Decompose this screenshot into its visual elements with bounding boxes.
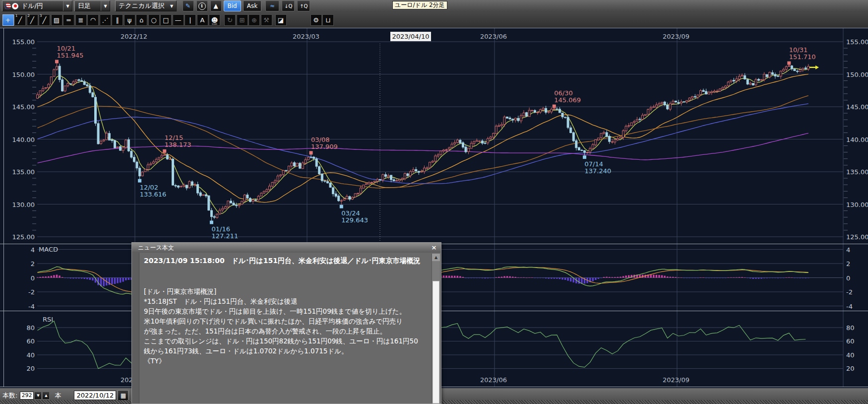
zoom-out-icon: ↓Q — [284, 3, 292, 9]
speed-lines-tool[interactable]: ⋰ — [100, 14, 111, 26]
trendline-2-tool[interactable]: ╱2 — [27, 14, 38, 26]
close-icon[interactable]: × — [430, 244, 438, 252]
start-date-input[interactable]: 2022/10/12 — [74, 391, 116, 400]
unit-label: 本 — [55, 391, 61, 400]
svg-text:4: 4 — [846, 246, 850, 254]
pencil-icon: ✎ — [186, 2, 190, 9]
trendline-3-tool[interactable]: ╱3 — [39, 14, 50, 26]
draw-pencil-button[interactable]: ✎ — [183, 0, 194, 11]
bars-spin-up[interactable]: ▲ — [42, 392, 50, 400]
settings-list-tool[interactable]: ⚙ — [310, 14, 322, 26]
svg-text:60: 60 — [26, 337, 35, 345]
fan-arc-tool[interactable]: ◠ — [87, 14, 99, 26]
pentagon-tool[interactable]: ⌂ — [136, 14, 147, 26]
svg-text:150.00: 150.00 — [846, 71, 868, 78]
svg-text:0: 0 — [846, 274, 850, 282]
news-body: [ドル・円東京市場概況] *15:18JST ドル・円は151円台、米金利安は後… — [144, 286, 428, 366]
svg-text:130.00: 130.00 — [12, 201, 35, 208]
svg-text:145.00: 145.00 — [846, 103, 868, 111]
chevron-down-icon: ▼ — [101, 1, 110, 11]
timeframe-select[interactable]: 日足 ▼ — [74, 0, 110, 11]
svg-text:2023/03: 2023/03 — [293, 33, 319, 40]
us-flag-icon — [4, 3, 11, 9]
copy-tool: ⊞ — [237, 14, 248, 26]
svg-text:125.00: 125.00 — [12, 233, 35, 241]
svg-text:151.945: 151.945 — [57, 52, 83, 59]
info-button[interactable]: i — [196, 0, 208, 11]
rotate-tool: ↻ — [224, 14, 236, 26]
vertical-line-tool[interactable]: | — [185, 14, 196, 26]
chevron-down-icon: ▼ — [63, 1, 72, 11]
svg-text:2023/09: 2023/09 — [663, 33, 689, 40]
svg-text:2022/12: 2022/12 — [121, 33, 147, 40]
currency-pair-select[interactable]: ドル/円 ▼ — [2, 0, 72, 11]
chart-tab-label[interactable]: ユーロ/ドル 2分足 — [392, 1, 447, 9]
bid-label: Bid — [228, 2, 237, 9]
rectangle-tool[interactable]: □ — [160, 14, 172, 26]
horizontal-line-tool[interactable]: — — [173, 14, 184, 26]
zoom-in-button[interactable]: ↑Q — [297, 0, 310, 11]
svg-text:130.00: 130.00 — [846, 201, 868, 208]
svg-text:129.643: 129.643 — [341, 216, 368, 224]
eraser-tool[interactable]: ◪ — [275, 14, 287, 26]
pitchfork-tool[interactable]: ψ — [124, 14, 135, 26]
news-window[interactable]: ニュース本文 × 2023/11/09 15:18:00 ドル･円は151円台、… — [131, 242, 441, 404]
svg-text:2023/06: 2023/06 — [480, 33, 507, 40]
svg-text:12/15: 12/15 — [165, 134, 183, 141]
svg-text:155.00: 155.00 — [846, 38, 868, 46]
magnet-tool[interactable]: ⊔ — [322, 14, 334, 26]
fibonacci-lines-tool[interactable]: ≣ — [75, 14, 87, 26]
svg-text:140.00: 140.00 — [12, 136, 35, 143]
svg-text:80: 80 — [26, 324, 35, 332]
svg-text:2: 2 — [31, 260, 35, 268]
area-chart-icon: ▲ — [213, 2, 218, 9]
chart-style-button[interactable]: ▲ — [210, 0, 222, 11]
bars-count-input[interactable]: 292 — [20, 392, 34, 400]
svg-text:2023/04/10: 2023/04/10 — [392, 33, 430, 40]
bars-label: 本数: — [2, 391, 17, 400]
svg-text:RSI: RSI — [43, 316, 53, 323]
svg-text:40: 40 — [846, 351, 855, 359]
text-tool[interactable]: A — [197, 14, 208, 26]
svg-text:10/21: 10/21 — [57, 45, 75, 52]
svg-text:145.069: 145.069 — [554, 96, 581, 104]
ellipse-tool[interactable]: ○ — [148, 14, 160, 26]
tick-chart-button[interactable]: ≈ — [265, 0, 279, 11]
icon-stamp-tool[interactable]: ☻icon — [209, 14, 220, 26]
technical-select-button[interactable]: テクニカル選択 ▼ — [115, 0, 177, 11]
zoom-out-button[interactable]: ↓Q — [282, 0, 295, 11]
svg-text:07/14: 07/14 — [585, 160, 603, 168]
scroll-up-icon[interactable]: ▲ — [432, 254, 440, 261]
svg-text:-2: -2 — [846, 288, 853, 296]
svg-text:-4: -4 — [28, 303, 35, 310]
time-lines-tool[interactable]: ∥ — [112, 14, 123, 26]
bid-toggle-button[interactable]: Bid — [224, 0, 241, 11]
svg-text:145.00: 145.00 — [12, 103, 35, 111]
crosshair-tool[interactable]: + — [2, 14, 14, 26]
chevron-down-icon: ▼ — [168, 1, 176, 11]
svg-text:137.240: 137.240 — [585, 167, 612, 175]
currency-pair-value: ドル/円 — [18, 1, 63, 10]
ruler-tool[interactable]: ▨ — [51, 14, 62, 26]
pulse-chart-icon: ≈ — [270, 2, 275, 9]
svg-text:2: 2 — [846, 260, 850, 268]
svg-text:MACD: MACD — [39, 246, 58, 253]
selected-date-box[interactable]: 2023/04/10 — [390, 32, 431, 41]
ask-toggle-button[interactable]: Ask — [243, 0, 261, 11]
svg-text:60: 60 — [846, 337, 855, 345]
news-scrollbar[interactable]: ▲ — [432, 254, 440, 403]
scrollbar-thumb[interactable] — [433, 281, 439, 404]
info-icon: i — [198, 2, 206, 10]
bars-spin-down[interactable]: ▼ — [34, 392, 42, 400]
drawing-toolbar: +╱1╱2╱3▨═≣◠⋰∥ψ⌂○□—|A☻icon↻⊞⊕⚒◪⚙⊔ — [0, 12, 868, 28]
svg-text:151.710: 151.710 — [789, 53, 816, 61]
parallel-lines-tool[interactable]: ═ — [63, 14, 74, 26]
pan-tool: ⊕ — [248, 14, 260, 26]
svg-text:150.00: 150.00 — [12, 71, 35, 78]
svg-text:0: 0 — [31, 274, 35, 282]
svg-text:20: 20 — [846, 365, 855, 372]
technical-select-label: テクニカル選択 — [116, 1, 168, 10]
calendar-icon[interactable]: ▦ — [118, 390, 128, 401]
svg-text:80: 80 — [846, 324, 855, 332]
trendline-1-tool[interactable]: ╱1 — [14, 14, 26, 26]
